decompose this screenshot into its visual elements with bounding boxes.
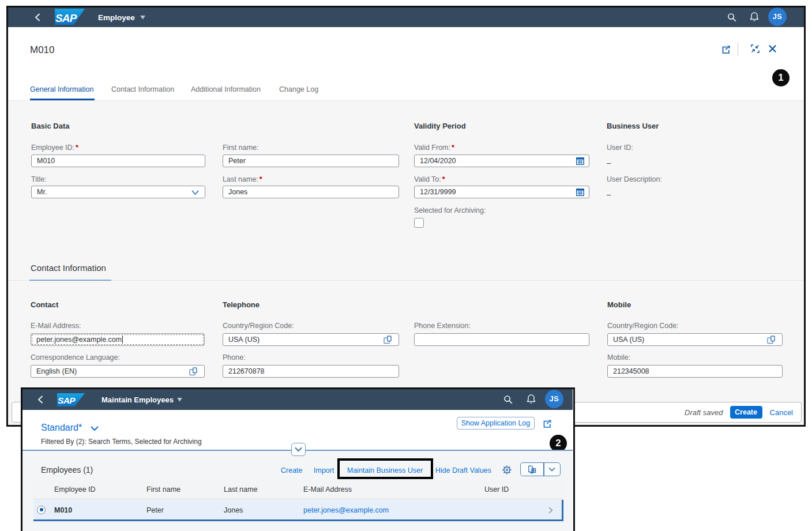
svg-text:SAP: SAP [55, 12, 77, 24]
svg-text:SAP: SAP [58, 396, 76, 405]
